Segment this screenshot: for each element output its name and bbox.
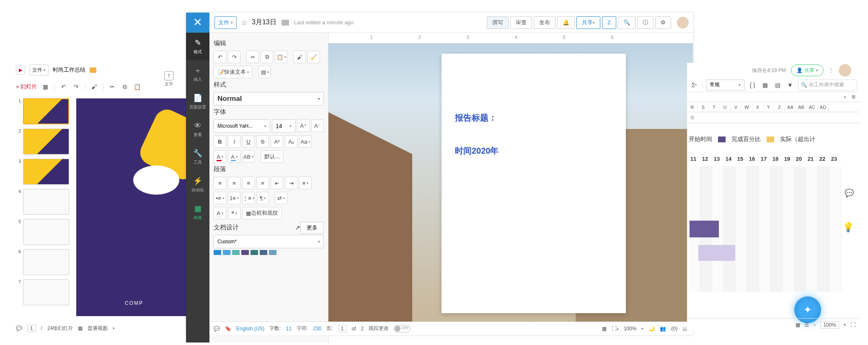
default-button[interactable]: 默认... (261, 150, 284, 163)
align-center-icon[interactable]: ≡ (228, 177, 240, 189)
superscript-button[interactable]: A² (271, 135, 283, 148)
publish-tab[interactable]: 发布 (534, 16, 555, 29)
tools-icon[interactable]: 🛠 (851, 94, 856, 100)
gantt-bar[interactable] (698, 245, 735, 261)
ruler[interactable]: 1 2 3 4 5 6 (328, 33, 693, 44)
search-input[interactable]: 🔍在工作表中搜索 (798, 80, 857, 90)
chevron-down-icon[interactable]: ▾ (844, 95, 846, 99)
layout-icon[interactable]: ▦ (42, 83, 49, 90)
cut-icon[interactable]: ✂ (246, 51, 259, 63)
chat-icon[interactable]: 💬 (214, 326, 220, 332)
page[interactable]: 报告标题： 时间2020年 (442, 54, 626, 313)
rail-format[interactable]: ✎格式 (186, 33, 209, 60)
char-spacing-button[interactable]: AB▾ (242, 150, 255, 163)
more-icon[interactable]: ⋮ (829, 67, 834, 73)
underline-button[interactable]: U (242, 135, 255, 148)
doc-title-field[interactable]: 报告标题： (455, 112, 612, 124)
strikethrough-button[interactable]: S (256, 135, 269, 148)
layout-icon[interactable]: ▦ (602, 326, 607, 332)
font-size-decrease-icon[interactable]: A⁻ (311, 119, 324, 132)
subscript-button[interactable]: A₂ (285, 135, 297, 148)
share-button[interactable]: 👤 共享 ▾ (791, 64, 824, 76)
compose-tab[interactable]: 撰写 (487, 16, 509, 29)
quote-button[interactable]: ❝▾ (228, 207, 240, 219)
border-button[interactable]: ▦ 边框和底纹 (242, 207, 282, 219)
rail-automation[interactable]: ⚡自动化 (186, 171, 209, 198)
slide-thumb[interactable] (23, 189, 69, 215)
popout-icon[interactable]: ↗ (295, 224, 300, 232)
change-case-button[interactable]: Aa▾ (299, 135, 312, 148)
number-list-icon[interactable]: 1≡▾ (228, 192, 240, 204)
fit-icon[interactable]: ⛶▾ (612, 326, 619, 332)
undo-icon[interactable]: ↶ (214, 51, 226, 63)
zoom-level[interactable]: 100% (820, 321, 839, 329)
track-changes-toggle[interactable]: OFF (394, 325, 411, 332)
font-family-select[interactable]: Microsoft YaH...▾ (214, 119, 270, 133)
file-menu-button[interactable]: 文件▾ (214, 16, 237, 29)
rail-tools[interactable]: 🔧工具 (186, 143, 209, 171)
brackets-icon[interactable]: { } (748, 80, 757, 90)
slide-thumb[interactable] (23, 249, 69, 275)
undo-icon[interactable]: ↶ (60, 83, 67, 90)
sigma-icon[interactable]: Σ▾ (690, 80, 699, 90)
paste-icon[interactable]: 📋▾ (275, 51, 287, 63)
theme-select[interactable]: Custom*▾ (214, 235, 324, 248)
format-painter-icon[interactable]: 🖌 (90, 83, 98, 90)
align-justify-icon[interactable]: ≡ (256, 177, 269, 189)
zia-button[interactable]: Z (602, 16, 616, 29)
paste-icon[interactable]: 📋 (134, 83, 141, 90)
file-menu-button[interactable]: 文件▾ (29, 64, 49, 75)
notify-button[interactable]: 🔔 (557, 16, 575, 29)
filter-icon[interactable]: ▼ (785, 80, 795, 90)
paragraph-marks-icon[interactable]: ¶▾ (256, 192, 269, 204)
align-right-icon[interactable]: ≡ (242, 177, 255, 189)
indent-icon[interactable]: ⇥ (285, 177, 297, 189)
rail-view[interactable]: 👁查看 (186, 116, 209, 143)
collaborators-icon[interactable]: 👥 (660, 326, 666, 332)
mark-icon[interactable]: 🔖 (225, 326, 231, 332)
language-button[interactable]: English (US) (236, 326, 264, 332)
night-mode-icon[interactable]: 🌙 (648, 326, 655, 332)
multilevel-list-icon[interactable]: ⋮≡▾ (242, 192, 255, 204)
font-size-select[interactable]: 14▾ (272, 119, 295, 133)
redo-icon[interactable]: ↷ (228, 51, 240, 63)
rail-page-setup[interactable]: 📄页面设置 (186, 88, 209, 116)
layout-icon[interactable]: ▦ (760, 80, 770, 90)
grid-icon[interactable]: ▦ (78, 325, 83, 331)
copy-icon[interactable]: ⧉ (121, 83, 129, 90)
slide-canvas[interactable]: COMP (76, 98, 192, 316)
gantt-bar[interactable] (690, 221, 719, 237)
quicktext-button[interactable]: 📝 快速文本▾ (214, 66, 253, 78)
formula-bar[interactable]: fx (687, 112, 860, 123)
comment-icon[interactable]: 💬 (16, 325, 22, 331)
slide-thumb[interactable] (23, 219, 69, 245)
font-size-increase-icon[interactable]: A⁺ (297, 119, 310, 132)
flag-icon[interactable] (282, 20, 289, 26)
add-slide-button[interactable]: + 幻灯片 (16, 83, 37, 90)
cut-icon[interactable]: ✂ (108, 83, 116, 90)
columns-icon[interactable]: ▤▾ (258, 66, 271, 78)
page-current[interactable]: 1 (27, 324, 36, 332)
star-icon[interactable]: ☆ (241, 18, 248, 27)
text-tool[interactable]: T文字 (163, 71, 175, 87)
bullet-list-icon[interactable]: •≡▾ (214, 192, 226, 204)
doc-time-field[interactable]: 时间2020年 (455, 145, 612, 157)
comment-icon[interactable]: 💬 (845, 188, 854, 198)
slide-thumb[interactable] (23, 279, 69, 305)
highlight-button[interactable]: A▾ (228, 150, 240, 163)
list-view-icon[interactable]: ☰ (804, 322, 809, 328)
slide-thumb[interactable] (23, 98, 69, 124)
fullscreen-icon[interactable]: ⛶ (850, 322, 855, 328)
font-color-button[interactable]: A▾ (214, 150, 226, 163)
zoom-in-icon[interactable]: + (843, 322, 846, 328)
grid-view-icon[interactable]: ▦ (796, 322, 800, 328)
col-header[interactable]: R (687, 102, 698, 112)
slide-thumb[interactable] (23, 159, 69, 185)
bold-button[interactable]: B (214, 135, 226, 148)
copy-icon[interactable]: ⧉ (261, 51, 273, 63)
folder-icon[interactable] (90, 67, 96, 73)
share-button[interactable]: 共享 ▾ (576, 16, 600, 29)
shading-button[interactable]: A▾ (214, 207, 226, 219)
align-left-icon[interactable]: ≡ (214, 177, 226, 189)
rail-insert[interactable]: ＋插入 (186, 60, 209, 88)
